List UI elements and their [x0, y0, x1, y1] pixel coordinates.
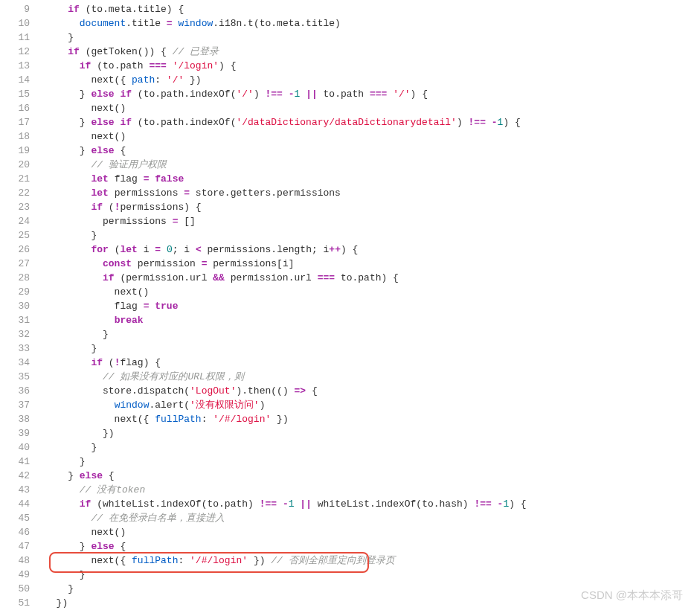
code-line: next({ fullPath: '/#/login' })	[45, 413, 694, 427]
line-number: 45	[0, 512, 30, 526]
code-line: if (permission.url && permission.url ===…	[45, 272, 694, 286]
line-number: 11	[0, 31, 30, 45]
code-line: }	[45, 342, 694, 356]
line-number: 10	[0, 17, 30, 31]
line-number: 20	[0, 158, 30, 173]
line-number: 42	[0, 469, 30, 484]
line-number: 16	[0, 102, 30, 116]
code-line: // 验证用户权限	[45, 158, 694, 173]
code-line: if (!permissions) {	[45, 201, 694, 215]
code-line: // 在免登录白名单，直接进入	[45, 512, 694, 526]
code-line: let flag = false	[45, 173, 694, 187]
line-number: 18	[0, 130, 30, 144]
line-number: 15	[0, 88, 30, 102]
line-number: 33	[0, 342, 30, 356]
code-line: } else {	[45, 540, 694, 554]
line-number: 40	[0, 441, 30, 455]
code-line: store.dispatch('LogOut').then(() => {	[45, 385, 694, 399]
code-line: next()	[45, 130, 694, 144]
code-line: }	[45, 328, 694, 342]
line-number: 26	[0, 243, 30, 257]
code-line: }	[45, 455, 694, 469]
line-number: 48	[0, 554, 30, 568]
line-number: 30	[0, 300, 30, 314]
code-line: next()	[45, 102, 694, 116]
line-number: 32	[0, 328, 30, 342]
line-number: 34	[0, 356, 30, 370]
code-line: } else if (to.path.indexOf('/dataDiction…	[45, 116, 694, 130]
line-number: 9	[0, 3, 30, 17]
code-line: }	[45, 583, 694, 597]
line-number: 21	[0, 173, 30, 187]
line-number: 14	[0, 74, 30, 88]
line-number: 46	[0, 526, 30, 540]
line-number: 51	[0, 597, 30, 611]
code-line: permissions = []	[45, 215, 694, 229]
code-line: for (let i = 0; i < permissions.length; …	[45, 243, 694, 257]
line-number-gutter: 9101112131415161718192021222324252627282…	[0, 3, 45, 611]
line-number: 17	[0, 116, 30, 130]
line-number: 44	[0, 498, 30, 512]
line-number: 49	[0, 568, 30, 583]
line-number: 24	[0, 215, 30, 229]
line-number: 39	[0, 427, 30, 441]
code-line: flag = true	[45, 300, 694, 314]
code-line: if (to.path === '/login') {	[45, 60, 694, 74]
line-number: 23	[0, 201, 30, 215]
code-editor: 9101112131415161718192021222324252627282…	[0, 0, 694, 611]
code-line: }	[45, 568, 694, 583]
line-number: 41	[0, 455, 30, 469]
line-number: 35	[0, 370, 30, 385]
code-line: } else {	[45, 144, 694, 158]
code-line: next({ path: '/' })	[45, 74, 694, 88]
line-number: 25	[0, 229, 30, 243]
line-number: 22	[0, 187, 30, 201]
code-line: if (to.meta.title) {	[45, 3, 694, 17]
code-line: next()	[45, 286, 694, 300]
line-number: 27	[0, 257, 30, 272]
code-line: window.alert('没有权限访问')	[45, 399, 694, 413]
line-number: 31	[0, 314, 30, 328]
code-line: next({ fullPath: '/#/login' }) // 否则全部重定…	[45, 554, 694, 568]
code-line: if (getToken()) { // 已登录	[45, 45, 694, 60]
line-number: 50	[0, 583, 30, 597]
line-number: 19	[0, 144, 30, 158]
code-line: })	[45, 597, 694, 611]
line-number: 47	[0, 540, 30, 554]
code-line: document.title = window.i18n.t(to.meta.t…	[45, 17, 694, 31]
code-line: // 没有token	[45, 484, 694, 498]
code-line: let permissions = store.getters.permissi…	[45, 187, 694, 201]
line-number: 12	[0, 45, 30, 60]
line-number: 29	[0, 286, 30, 300]
code-line: }	[45, 31, 694, 45]
line-number: 37	[0, 399, 30, 413]
code-line: const permission = permissions[i]	[45, 257, 694, 272]
line-number: 38	[0, 413, 30, 427]
line-number: 13	[0, 60, 30, 74]
code-line: break	[45, 314, 694, 328]
line-number: 28	[0, 272, 30, 286]
code-line: if (whiteList.indexOf(to.path) !== -1 ||…	[45, 498, 694, 512]
code-line: } else if (to.path.indexOf('/') !== -1 |…	[45, 88, 694, 102]
code-line: next()	[45, 526, 694, 540]
code-content: if (to.meta.title) { document.title = wi…	[45, 3, 694, 611]
code-line: })	[45, 427, 694, 441]
code-line: }	[45, 229, 694, 243]
code-line: // 如果没有对应的URL权限，则	[45, 370, 694, 385]
line-number: 43	[0, 484, 30, 498]
line-number: 36	[0, 385, 30, 399]
code-line: }	[45, 441, 694, 455]
code-line: if (!flag) {	[45, 356, 694, 370]
code-line: } else {	[45, 469, 694, 484]
